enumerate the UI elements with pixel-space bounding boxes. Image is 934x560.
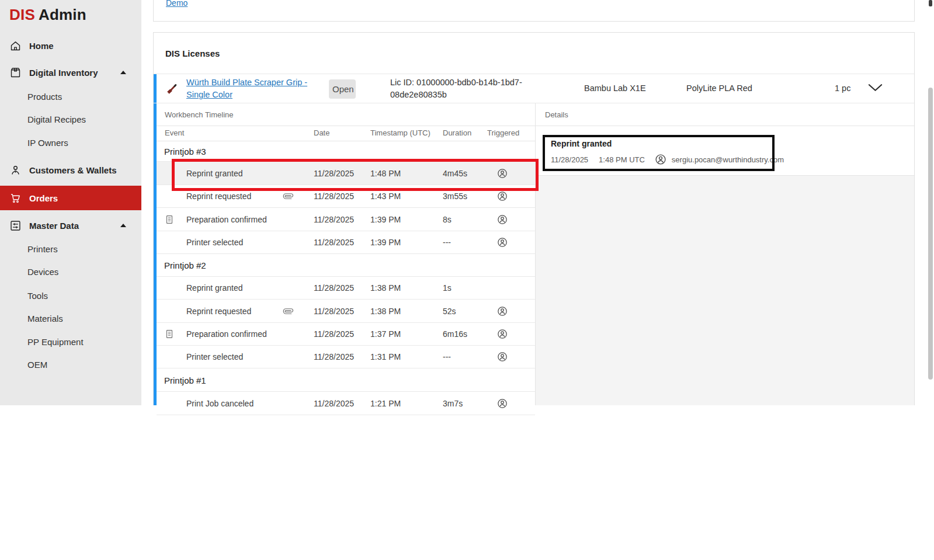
sidebar-item-pp-equipment[interactable]: PP Equipment (0, 330, 141, 353)
sidebar-item-digital-inventory[interactable]: Digital Inventory (0, 61, 141, 84)
sidebar-item-label: PP Equipment (27, 337, 84, 347)
user-circle-icon (496, 190, 508, 202)
timeline-row-selected[interactable]: Reprint granted 11/28/2025 1:48 PM 4m45s (157, 162, 535, 185)
printjob-label: Printjob #3 (164, 147, 206, 156)
sidebar-item-oem[interactable]: OEM (0, 353, 141, 376)
user-circle-icon (496, 398, 508, 409)
scrollbar-thumb[interactable] (928, 88, 933, 380)
timeline-row[interactable]: Reprint granted 11/28/2025 1:38 PM 1s (157, 277, 535, 300)
event-duration: 3m55s (443, 192, 467, 201)
user-circle-icon (496, 351, 508, 363)
event-duration: 3m7s (443, 399, 463, 408)
sidebar-item-label: Printers (27, 244, 58, 254)
printjob-group-header: Printjob #3 (157, 141, 535, 162)
caret-up-icon (120, 224, 126, 227)
sidebar-item-orders[interactable]: Orders (0, 186, 141, 210)
sidebar-item-master-data[interactable]: Master Data (0, 214, 141, 237)
user-circle-icon (496, 305, 508, 317)
license-printer: Bambu Lab X1E (584, 84, 646, 93)
col-date: Date (314, 128, 329, 137)
detail-meta: 11/28/2025 1:48 PM UTC sergiu.pocan@wurt… (551, 153, 784, 166)
sidebar-item-label: Digital Recipes (27, 114, 86, 124)
sidebar-item-label: Devices (27, 267, 58, 277)
cart-icon (9, 192, 22, 204)
user-circle-icon (496, 168, 508, 179)
event-date: 11/28/2025 (314, 283, 354, 293)
sidebar-item-label: Materials (27, 314, 63, 324)
event-label: Reprint requested (186, 307, 251, 316)
printjob-label: Printjob #2 (164, 260, 206, 270)
sidebar-item-digital-recipes[interactable]: Digital Recipes (0, 107, 141, 131)
event-label: Reprint granted (186, 283, 243, 293)
sidebar-item-ip-owners[interactable]: IP Owners (0, 131, 141, 154)
detail-date: 11/28/2025 (551, 155, 588, 164)
event-date: 11/28/2025 (314, 169, 354, 178)
sidebar-item-label: Products (27, 92, 62, 102)
event-date: 11/28/2025 (314, 307, 354, 316)
sidebar-item-products[interactable]: Products (0, 85, 141, 108)
event-time: 1:43 PM (370, 192, 401, 201)
logo-brand: DIS (9, 6, 35, 23)
card-title: DIS Licenses (165, 48, 220, 58)
user-circle-icon (496, 328, 508, 340)
sidebar-item-devices[interactable]: Devices (0, 260, 141, 283)
sidebar-item-printers[interactable]: Printers (0, 237, 141, 260)
workbench-timeline: Workbench Timeline Event Date Timestamp … (157, 103, 535, 405)
timeline-title: Workbench Timeline (165, 110, 234, 119)
event-duration: 6m16s (443, 329, 467, 339)
event-time: 1:21 PM (370, 399, 401, 408)
sidebar-item-label: Master Data (29, 221, 79, 231)
product-icon (165, 82, 178, 95)
event-time: 1:48 PM (370, 169, 401, 178)
app-viewport: DISAdmin Home Digital Inventory Products… (0, 0, 934, 560)
printjob-group-header: Printjob #2 (157, 254, 535, 277)
license-row[interactable]: Würth Build Plate Scraper Grip - Single … (154, 74, 914, 103)
event-time: 1:39 PM (370, 215, 401, 224)
open-button[interactable]: Open (329, 79, 356, 99)
details-panel: Details Reprint granted 11/28/2025 1:48 … (535, 103, 914, 405)
license-quantity: 1 pc (835, 84, 850, 93)
event-label: Preparation confirmed (186, 215, 267, 224)
timeline-row[interactable]: Reprint requested 11/28/2025 1:38 PM 52s (157, 300, 535, 323)
sidebar-item-home[interactable]: Home (0, 34, 141, 57)
event-date: 11/28/2025 (314, 329, 354, 339)
event-duration: --- (443, 238, 451, 247)
timeline-row[interactable]: Preparation confirmed 11/28/2025 1:39 PM… (157, 208, 535, 231)
timeline-row[interactable]: Reprint requested 11/28/2025 1:43 PM 3m5… (157, 185, 535, 208)
event-date: 11/28/2025 (314, 352, 354, 361)
timeline-row[interactable]: Printer selected 11/28/2025 1:31 PM --- (157, 346, 535, 368)
home-icon (9, 40, 22, 52)
sidebar-item-materials[interactable]: Materials (0, 307, 141, 330)
sidebar-item-tools[interactable]: Tools (0, 284, 141, 307)
detail-time: 1:48 PM UTC (599, 155, 645, 164)
person-icon (9, 164, 22, 176)
printjob-label: Printjob #1 (164, 375, 206, 385)
paperclip-icon (281, 304, 295, 318)
event-date: 11/28/2025 (314, 238, 354, 247)
chevron-down-icon[interactable] (867, 83, 883, 92)
col-timestamp: Timestamp (UTC) (370, 128, 430, 137)
event-duration: 8s (443, 215, 452, 224)
sidebar: DISAdmin Home Digital Inventory Products… (0, 0, 141, 405)
event-duration: 52s (443, 307, 456, 316)
event-label: Reprint granted (186, 169, 243, 178)
sidebar-item-customers-wallets[interactable]: Customers & Wallets (0, 158, 141, 182)
timeline-row[interactable]: Printer selected 11/28/2025 1:39 PM --- (157, 231, 535, 254)
event-label: Printer selected (186, 238, 243, 247)
license-material: PolyLite PLA Red (686, 84, 752, 93)
sidebar-item-label: Customers & Wallets (29, 165, 116, 175)
col-event: Event (165, 128, 184, 137)
user-circle-icon (496, 236, 508, 248)
detail-user-email: sergiu.pocan@wurthindustry.com (672, 155, 784, 164)
product-link[interactable]: Würth Build Plate Scraper Grip - Single … (186, 76, 323, 101)
event-date: 11/28/2025 (314, 399, 354, 408)
event-time: 1:31 PM (370, 352, 401, 361)
license-id: Lic ID: 01000000-bdb0-b14b-1bd7-08de2e80… (390, 76, 536, 101)
dis-licenses-card: DIS Licenses Würth Build Plate Scraper G… (153, 32, 915, 405)
event-label: Preparation confirmed (186, 329, 267, 339)
sidebar-item-label: OEM (27, 360, 47, 370)
timeline-row[interactable]: Preparation confirmed 11/28/2025 1:37 PM… (157, 323, 535, 346)
demo-link[interactable]: Demo (166, 0, 188, 8)
timeline-row[interactable]: Print Job canceled 11/28/2025 1:21 PM 3m… (157, 392, 535, 415)
scrollbar-top-mark (929, 0, 932, 6)
